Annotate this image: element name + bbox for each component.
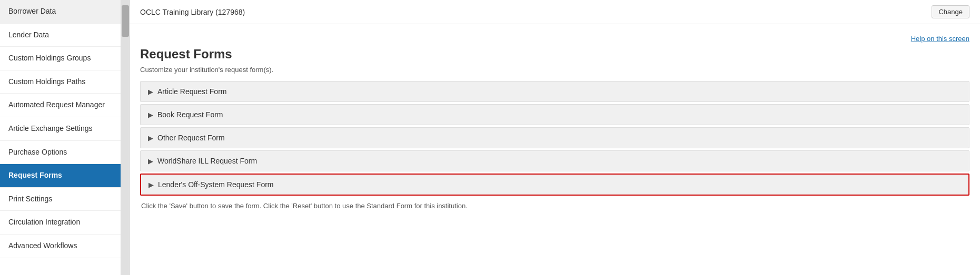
- accordion-container: ▶Article Request Form▶Book Request Form▶…: [140, 81, 969, 196]
- content-area: Help on this screen Request Forms Custom…: [130, 24, 980, 215]
- accordion-item-article-request-form[interactable]: ▶Article Request Form: [140, 81, 969, 102]
- accordion-item-label: Other Request Form: [157, 134, 225, 142]
- institution-name: OCLC Training Library (127968): [140, 8, 245, 16]
- page-title: Request Forms: [140, 47, 969, 62]
- sidebar-item-automated-request-manager[interactable]: Automated Request Manager: [0, 94, 121, 117]
- sidebar-item-circulation-integration[interactable]: Circulation Integration: [0, 211, 121, 235]
- sidebar-item-purchase-options[interactable]: Purchase Options: [0, 141, 121, 165]
- sidebar-item-request-forms[interactable]: Request Forms: [0, 164, 121, 188]
- chevron-right-icon: ▶: [148, 134, 153, 142]
- accordion-item-label: Article Request Form: [157, 87, 226, 96]
- accordion-item-book-request-form[interactable]: ▶Book Request Form: [140, 104, 969, 125]
- accordion-item-label: Lender's Off-System Request Form: [158, 180, 274, 189]
- sidebar: Borrower DataLender DataCustom Holdings …: [0, 0, 121, 275]
- accordion-item-worldshare-ill-request-form[interactable]: ▶WorldShare ILL Request Form: [140, 150, 969, 171]
- scrollbar-thumb[interactable]: [122, 5, 129, 37]
- accordion-item-label: Book Request Form: [157, 110, 223, 119]
- help-link[interactable]: Help on this screen: [911, 35, 969, 43]
- top-bar: OCLC Training Library (127968) Change: [130, 0, 980, 24]
- accordion-item-other-request-form[interactable]: ▶Other Request Form: [140, 127, 969, 148]
- chevron-right-icon: ▶: [148, 88, 153, 96]
- sidebar-item-advanced-workflows[interactable]: Advanced Workflows: [0, 235, 121, 258]
- sidebar-item-borrower-data[interactable]: Borrower Data: [0, 0, 121, 24]
- sidebar-item-custom-holdings-paths[interactable]: Custom Holdings Paths: [0, 70, 121, 94]
- sidebar-scrollbar[interactable]: [121, 0, 130, 275]
- sidebar-item-article-exchange-settings[interactable]: Article Exchange Settings: [0, 117, 121, 141]
- change-button[interactable]: Change: [932, 5, 969, 18]
- accordion-item-lenders-off-system-request-form[interactable]: ▶Lender's Off-System Request Form: [140, 174, 969, 196]
- main-content: OCLC Training Library (127968) Change He…: [130, 0, 980, 275]
- chevron-right-icon: ▶: [148, 111, 153, 119]
- chevron-right-icon: ▶: [148, 157, 153, 165]
- accordion-item-label: WorldShare ILL Request Form: [157, 157, 257, 165]
- subtitle: Customize your institution's request for…: [140, 66, 969, 74]
- sidebar-item-lender-data[interactable]: Lender Data: [0, 24, 121, 47]
- help-link-row: Help on this screen: [140, 35, 969, 43]
- sidebar-item-print-settings[interactable]: Print Settings: [0, 188, 121, 211]
- sidebar-item-custom-holdings-groups[interactable]: Custom Holdings Groups: [0, 47, 121, 70]
- footer-note: Click the 'Save' button to save the form…: [140, 202, 969, 210]
- chevron-right-icon: ▶: [149, 181, 154, 189]
